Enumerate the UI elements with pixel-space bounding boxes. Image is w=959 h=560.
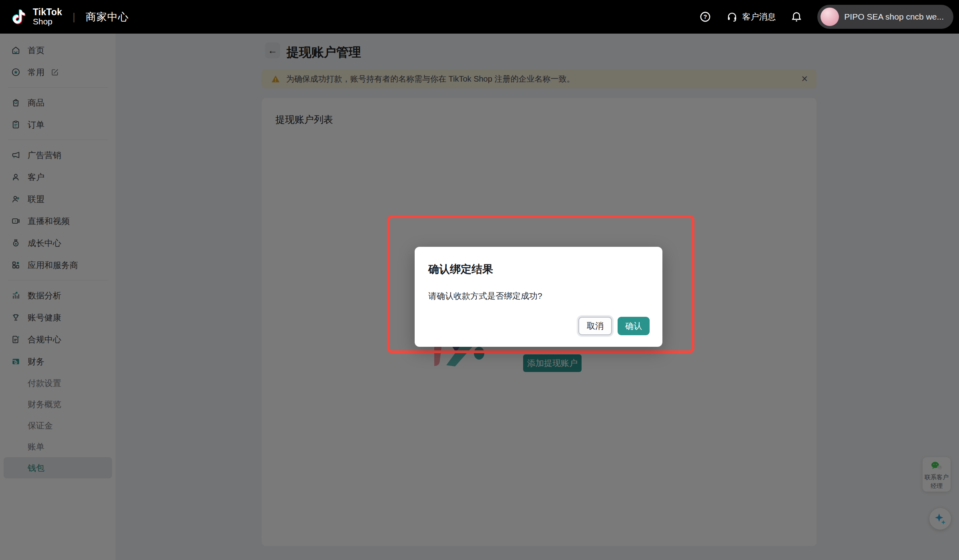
help-icon[interactable]: ? (699, 10, 712, 23)
account-switcher[interactable]: PIPO SEA shop cncb we... (817, 5, 953, 29)
cancel-button[interactable]: 取消 (578, 317, 612, 335)
app-title: 商家中心 (86, 10, 129, 24)
dialog-message: 请确认收款方式是否绑定成功? (428, 290, 650, 302)
customer-messages-label: 客户消息 (742, 11, 776, 22)
top-header: TikTok Shop | 商家中心 ? 客户消息 (0, 0, 959, 34)
header-divider: | (72, 11, 75, 23)
dialog-actions: 取消 确认 (578, 317, 650, 335)
confirm-button[interactable]: 确认 (618, 317, 650, 335)
svg-text:?: ? (704, 14, 707, 20)
tiktok-shop-logo[interactable]: TikTok Shop (10, 8, 62, 26)
tiktok-shop-seller-center: TikTok Shop | 商家中心 ? 客户消息 (0, 0, 959, 560)
notifications-bell-icon[interactable] (790, 10, 803, 23)
dialog-title: 确认绑定结果 (428, 262, 650, 276)
avatar (821, 8, 839, 26)
confirm-binding-dialog: 确认绑定结果 请确认收款方式是否绑定成功? 取消 确认 (415, 247, 662, 347)
brand-wordmark: TikTok Shop (33, 8, 62, 26)
headset-icon (726, 11, 738, 23)
account-name: PIPO SEA shop cncb we... (844, 12, 944, 22)
tiktok-note-icon (10, 8, 28, 26)
customer-messages-button[interactable]: 客户消息 (726, 11, 776, 23)
